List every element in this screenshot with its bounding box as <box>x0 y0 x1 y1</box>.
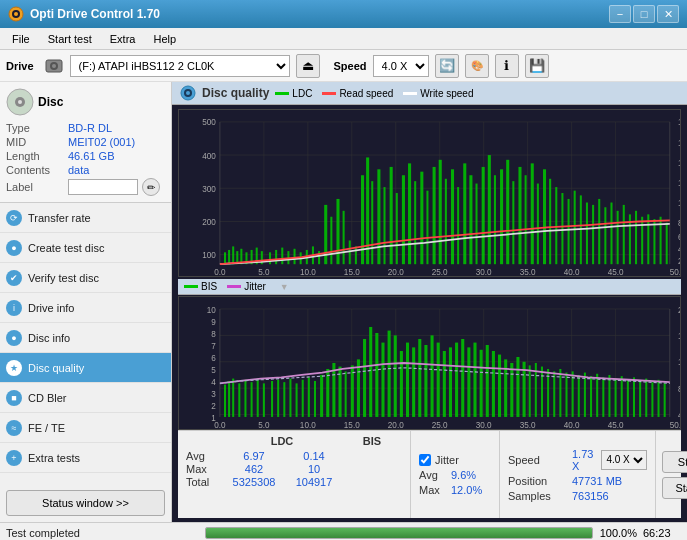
drive-select[interactable]: (F:) ATAPI iHBS112 2 CL0K <box>70 55 290 77</box>
menu-help[interactable]: Help <box>145 31 184 47</box>
svg-rect-85 <box>402 175 405 264</box>
disc-length-value: 46.61 GB <box>68 150 114 162</box>
refresh-button[interactable]: 🔄 <box>435 54 459 78</box>
menu-start-test[interactable]: Start test <box>40 31 100 47</box>
svg-rect-120 <box>617 211 619 264</box>
start-part-button[interactable]: Start part <box>662 477 687 499</box>
svg-text:45.0: 45.0 <box>608 419 624 429</box>
svg-point-8 <box>18 100 22 104</box>
svg-rect-177 <box>251 382 253 417</box>
svg-rect-202 <box>406 343 409 417</box>
svg-rect-214 <box>480 350 483 417</box>
svg-rect-89 <box>426 191 428 265</box>
info-button[interactable]: ℹ <box>495 54 519 78</box>
legend1: LDC Read speed Write speed <box>275 88 473 99</box>
drive-icon <box>44 56 64 76</box>
svg-text:5.0: 5.0 <box>258 419 269 429</box>
svg-rect-102 <box>506 160 509 264</box>
svg-text:4 X: 4 X <box>678 244 680 255</box>
menu-extra[interactable]: Extra <box>102 31 144 47</box>
disc-type-value: BD-R DL <box>68 122 112 134</box>
svg-text:14 X: 14 X <box>678 157 680 168</box>
svg-text:40.0: 40.0 <box>564 419 580 429</box>
nav-disc-info[interactable]: ● Disc info <box>0 323 171 353</box>
svg-rect-81 <box>377 169 380 264</box>
start-full-button[interactable]: Start full <box>662 451 687 473</box>
svg-rect-77 <box>355 246 357 264</box>
svg-rect-237 <box>621 376 623 417</box>
speed-stats-section: Speed 1.73 X 4.0 X 8.0 X Position 47731 … <box>499 431 655 518</box>
svg-text:5: 5 <box>211 364 216 375</box>
minimize-button[interactable]: − <box>609 5 631 23</box>
svg-rect-235 <box>608 375 610 417</box>
main-content: Disc Type BD-R DL MID MEIT02 (001) Lengt… <box>0 82 687 522</box>
svg-text:3: 3 <box>211 388 216 399</box>
label-edit-button[interactable]: ✏ <box>142 178 160 196</box>
title-bar: Opti Drive Control 1.70 − □ ✕ <box>0 0 687 28</box>
svg-rect-195 <box>363 339 366 417</box>
svg-rect-63 <box>269 252 271 264</box>
svg-text:18 X: 18 X <box>678 117 680 128</box>
disc-mid-value: MEIT02 (001) <box>68 136 135 148</box>
nav-verify-test-disc[interactable]: ✔ Verify test disc <box>0 263 171 293</box>
svg-rect-109 <box>549 179 551 264</box>
nav-fe-te[interactable]: ≈ FE / TE <box>0 413 171 443</box>
speed-stat-val: 1.73 X <box>572 448 593 472</box>
chart1-svg: 500 400 300 200 100 18 X 16 X 14 X 12 X … <box>179 110 680 276</box>
disc-rows: Type BD-R DL MID MEIT02 (001) Length 46.… <box>6 122 165 196</box>
avg-label: Avg <box>186 450 224 462</box>
svg-text:12%: 12% <box>678 357 680 368</box>
svg-text:8 X: 8 X <box>678 218 680 229</box>
max-label: Max <box>186 463 224 475</box>
eject-button[interactable]: ⏏ <box>296 54 320 78</box>
label-input[interactable] <box>68 179 138 195</box>
cd-bler-icon: ■ <box>6 390 22 406</box>
svg-rect-182 <box>283 382 285 417</box>
svg-rect-86 <box>408 163 411 264</box>
nav-extra-tests[interactable]: + Extra tests <box>0 443 171 473</box>
svg-rect-128 <box>666 223 668 265</box>
svg-text:8%: 8% <box>678 383 680 394</box>
stats-bis-header: BIS <box>342 435 402 447</box>
color-button[interactable]: 🎨 <box>465 54 489 78</box>
nav-drive-info[interactable]: i Drive info <box>0 293 171 323</box>
svg-rect-94 <box>457 187 459 264</box>
svg-text:35.0: 35.0 <box>520 266 536 276</box>
status-window-button[interactable]: Status window >> <box>6 490 165 516</box>
svg-rect-107 <box>537 184 539 265</box>
svg-rect-101 <box>500 169 503 264</box>
menu-file[interactable]: File <box>4 31 38 47</box>
svg-rect-206 <box>431 335 434 417</box>
svg-rect-232 <box>590 376 592 417</box>
nav-label-cd-bler: CD Bler <box>28 392 67 404</box>
nav-cd-bler[interactable]: ■ CD Bler <box>0 383 171 413</box>
jitter-checkbox[interactable] <box>419 454 431 466</box>
svg-rect-207 <box>437 343 440 417</box>
svg-rect-112 <box>568 199 570 264</box>
jitter-max-row: Max 12.0% <box>419 484 491 496</box>
speed-label: Speed <box>334 60 367 72</box>
svg-rect-115 <box>586 203 588 265</box>
svg-rect-199 <box>388 331 391 417</box>
nav-transfer-rate[interactable]: ⟳ Transfer rate <box>0 203 171 233</box>
svg-rect-239 <box>633 377 635 417</box>
svg-rect-106 <box>531 163 534 264</box>
svg-text:400: 400 <box>202 150 216 161</box>
svg-rect-209 <box>449 347 452 417</box>
svg-rect-55 <box>228 250 230 264</box>
speed-select[interactable]: 4.0 X 8.0 X 2.0 X MAX <box>373 55 429 77</box>
nav-disc-quality[interactable]: ★ Disc quality <box>0 353 171 383</box>
position-val: 47731 MB <box>572 475 622 487</box>
jitter-max-val: 12.0% <box>451 484 491 496</box>
chart-area: Disc quality LDC Read speed Write speed <box>172 82 687 522</box>
nav-create-test-disc[interactable]: ● Create test disc <box>0 233 171 263</box>
window-controls: − □ ✕ <box>609 5 679 23</box>
max-bis-val: 10 <box>284 463 344 475</box>
save-button[interactable]: 💾 <box>525 54 549 78</box>
svg-rect-74 <box>336 199 339 264</box>
close-button[interactable]: ✕ <box>657 5 679 23</box>
svg-rect-178 <box>257 379 259 417</box>
svg-point-5 <box>52 64 56 68</box>
speed-stat-select[interactable]: 4.0 X 8.0 X <box>601 450 647 470</box>
maximize-button[interactable]: □ <box>633 5 655 23</box>
